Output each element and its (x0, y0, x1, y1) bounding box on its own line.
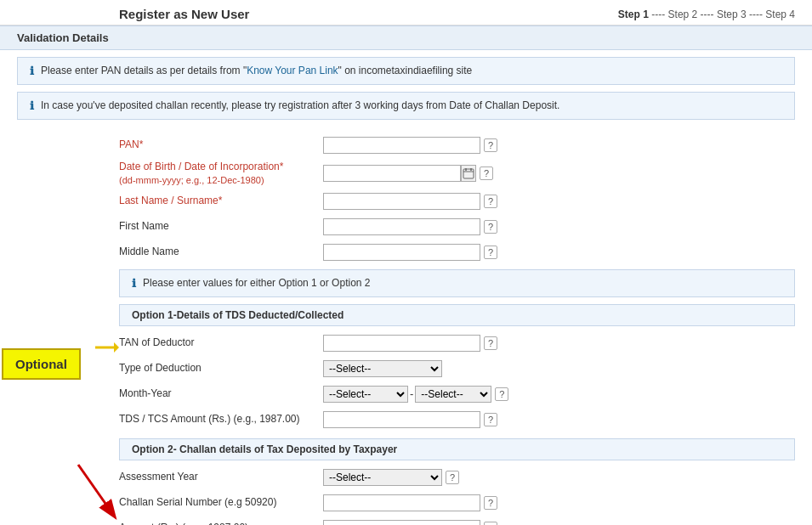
last-name-input[interactable] (323, 193, 480, 210)
assessment-year-select[interactable]: --Select-- (323, 469, 442, 486)
info-box-option: ℹ Please enter values for either Option … (119, 269, 795, 297)
type-deduction-row: Type of Deduction --Select-- (119, 358, 795, 379)
first-name-help-icon[interactable]: ? (484, 220, 497, 234)
last-name-label: Last Name / Surname* (119, 195, 323, 208)
option2-header: Option 2- Challan details of Tax Deposit… (119, 438, 795, 460)
challan-serial-label: Challan Serial Number (e.g 50920) (119, 496, 323, 510)
step2-label: Step 2 (668, 8, 698, 20)
info-text-3: Please enter values for either Option 1 … (143, 277, 371, 289)
step4-label: Step 4 (765, 8, 795, 20)
assessment-year-row: Assessment Year --Select-- ? (119, 467, 795, 488)
middle-name-row: Middle Name ? (119, 242, 795, 262)
option1-header: Option 1-Details of TDS Deducted/Collect… (119, 304, 795, 326)
page-header: Register as New User Step 1 ---- Step 2 … (0, 0, 812, 25)
optional-badge: Optional (2, 348, 81, 380)
info-icon-2: ℹ (30, 99, 34, 112)
last-name-help-icon[interactable]: ? (484, 195, 497, 208)
amount-input[interactable] (323, 520, 480, 525)
arrow-right-tan (95, 340, 119, 358)
type-deduction-label: Type of Deduction (119, 362, 323, 375)
arrow-challan (70, 460, 121, 525)
step-separator3: ---- (749, 8, 765, 20)
middle-name-label: Middle Name (119, 246, 323, 259)
challan-serial-row: Challan Serial Number (e.g 50920) ? (119, 493, 795, 513)
month-year-row: Month-Year --Select-- - --Select-- ? (119, 384, 795, 404)
assessment-year-label: Assessment Year (119, 471, 323, 484)
step3-label: Step 3 (717, 8, 747, 20)
amount-label: Amount (Rs.) (e.g., 1987.00) (119, 522, 323, 525)
month-select[interactable]: --Select-- (323, 386, 408, 403)
first-name-input[interactable] (323, 218, 480, 235)
month-year-label: Month-Year (119, 387, 323, 401)
option1-block: Optional TAN of Deductor ? Type of Deduc… (119, 333, 795, 430)
tds-amount-label: TDS / TCS Amount (Rs.) (e.g., 1987.00) (119, 413, 323, 426)
first-name-row: First Name ? (119, 217, 795, 237)
info-box-challan: ℹ In case you've deposited challan recen… (17, 92, 795, 120)
tds-amount-row: TDS / TCS Amount (Rs.) (e.g., 1987.00) ? (119, 409, 795, 430)
type-deduction-select[interactable]: --Select-- (323, 360, 442, 377)
know-your-pan-link[interactable]: Know Your Pan Link (247, 65, 338, 76)
dob-help-icon[interactable]: ? (480, 167, 493, 180)
info-box-pan: ℹ Please enter PAN details as per detail… (17, 57, 795, 85)
dob-row: Date of Birth / Date of Incorporation* (… (119, 161, 795, 186)
info-icon-1: ℹ (30, 65, 34, 77)
last-name-row: Last Name / Surname* ? (119, 191, 795, 212)
calendar-icon[interactable] (461, 165, 476, 182)
amount-help-icon[interactable]: ? (484, 522, 497, 525)
challan-serial-help-icon[interactable]: ? (484, 496, 497, 510)
svg-marker-5 (114, 342, 119, 353)
svg-rect-0 (463, 169, 474, 178)
tan-help-icon[interactable]: ? (484, 336, 497, 350)
middle-name-input[interactable] (323, 244, 480, 261)
pan-input[interactable] (323, 137, 480, 154)
challan-serial-input[interactable] (323, 494, 480, 511)
info-text-2: In case you've deposited challan recentl… (41, 99, 559, 111)
year-select[interactable]: --Select-- (415, 386, 491, 403)
pan-row: PAN* ? (119, 135, 795, 155)
pan-label: PAN* (119, 138, 323, 152)
page-container: Register as New User Step 1 ---- Step 2 … (0, 0, 812, 525)
dob-input[interactable] (323, 165, 461, 182)
pan-help-icon[interactable]: ? (484, 138, 497, 152)
dob-label: Date of Birth / Date of Incorporation* (… (119, 161, 323, 186)
step-navigation: Step 1 ---- Step 2 ---- Step 3 ---- Step… (618, 8, 795, 20)
tds-amount-input[interactable] (323, 411, 480, 428)
tan-input[interactable] (323, 335, 480, 352)
page-title: Register as New User (119, 7, 249, 21)
first-name-label: First Name (119, 220, 323, 234)
step-separator2: ---- (701, 8, 717, 20)
svg-line-7 (78, 465, 114, 516)
step1-label: Step 1 (618, 8, 649, 20)
tds-amount-help-icon[interactable]: ? (484, 413, 497, 426)
assessment-year-help-icon[interactable]: ? (446, 471, 459, 484)
step-separator1: ---- (651, 8, 667, 20)
middle-name-help-icon[interactable]: ? (484, 246, 497, 259)
validation-details-header: Validation Details (0, 25, 812, 50)
month-year-help-icon[interactable]: ? (495, 387, 508, 401)
tan-label: TAN of Deductor (119, 336, 323, 350)
option2-block: Assessment Year --Select-- ? Challan Ser… (119, 467, 795, 525)
amount-row: Amount (Rs.) (e.g., 1987.00) ? (119, 518, 795, 525)
info-text-1: Please enter PAN details as per details … (41, 65, 472, 76)
info-icon-3: ℹ (132, 277, 136, 290)
form-area: PAN* ? Date of Birth / Date of Incorpora… (0, 127, 812, 525)
tan-row: TAN of Deductor ? (119, 333, 795, 353)
